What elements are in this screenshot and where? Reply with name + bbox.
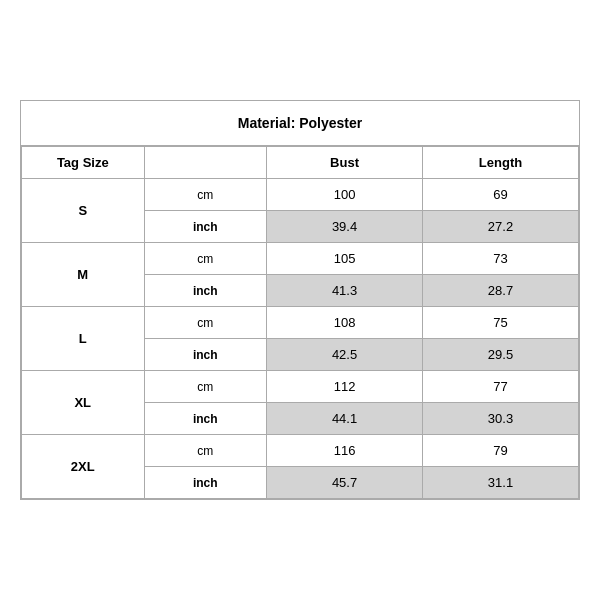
tag-size-cell: M [22,243,145,307]
length-cm: 75 [423,307,579,339]
unit-inch: inch [144,339,267,371]
bust-inch: 41.3 [267,275,423,307]
table-row: Mcm10573 [22,243,579,275]
size-table: Tag Size Bust Length Scm10069inch39.427.… [21,146,579,499]
table-row: XLcm11277 [22,371,579,403]
unit-inch: inch [144,403,267,435]
table-row: Lcm10875 [22,307,579,339]
length-cm: 73 [423,243,579,275]
unit-inch: inch [144,211,267,243]
bust-inch: 42.5 [267,339,423,371]
bust-inch: 45.7 [267,467,423,499]
length-inch: 31.1 [423,467,579,499]
unit-cm: cm [144,307,267,339]
length-cm: 69 [423,179,579,211]
tag-size-cell: S [22,179,145,243]
tag-size-cell: L [22,307,145,371]
unit-cm: cm [144,179,267,211]
tag-size-cell: 2XL [22,435,145,499]
header-length: Length [423,147,579,179]
table-row: Scm10069 [22,179,579,211]
bust-cm: 112 [267,371,423,403]
bust-cm: 108 [267,307,423,339]
bust-cm: 116 [267,435,423,467]
length-cm: 79 [423,435,579,467]
table-row: 2XLcm11679 [22,435,579,467]
unit-cm: cm [144,435,267,467]
header-tag-size: Tag Size [22,147,145,179]
bust-cm: 100 [267,179,423,211]
chart-title: Material: Polyester [21,101,579,146]
bust-cm: 105 [267,243,423,275]
unit-inch: inch [144,467,267,499]
length-inch: 27.2 [423,211,579,243]
bust-inch: 39.4 [267,211,423,243]
size-chart: Material: Polyester Tag Size Bust Length… [20,100,580,500]
unit-cm: cm [144,371,267,403]
length-inch: 29.5 [423,339,579,371]
header-unit [144,147,267,179]
length-inch: 28.7 [423,275,579,307]
tag-size-cell: XL [22,371,145,435]
unit-cm: cm [144,243,267,275]
length-cm: 77 [423,371,579,403]
bust-inch: 44.1 [267,403,423,435]
header-bust: Bust [267,147,423,179]
length-inch: 30.3 [423,403,579,435]
unit-inch: inch [144,275,267,307]
